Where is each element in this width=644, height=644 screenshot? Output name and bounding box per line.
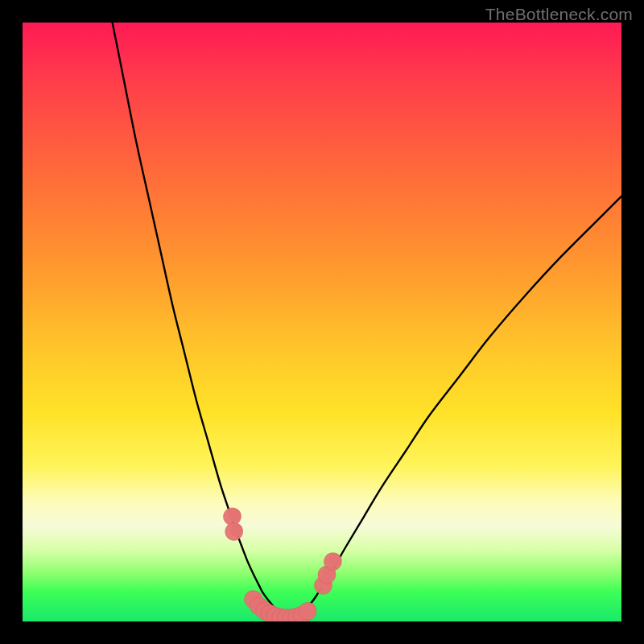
svg-point-0 xyxy=(223,508,241,526)
svg-point-2 xyxy=(223,508,241,526)
svg-point-6 xyxy=(244,590,262,608)
svg-point-14 xyxy=(256,602,274,620)
svg-point-38 xyxy=(299,602,316,620)
svg-point-20 xyxy=(266,607,284,621)
svg-point-34 xyxy=(298,607,311,620)
watermark-text: TheBottleneck.com xyxy=(485,5,633,24)
svg-point-35 xyxy=(293,606,311,621)
svg-point-31 xyxy=(293,609,306,621)
data-marker xyxy=(261,605,279,621)
svg-point-43 xyxy=(323,567,336,580)
svg-point-5 xyxy=(225,522,243,540)
svg-point-33 xyxy=(293,606,311,621)
data-marker xyxy=(223,508,241,526)
svg-point-42 xyxy=(318,566,336,584)
svg-point-23 xyxy=(272,609,290,621)
left-curve xyxy=(113,23,289,619)
svg-point-22 xyxy=(277,609,290,621)
svg-point-47 xyxy=(324,553,341,571)
svg-point-21 xyxy=(272,609,290,621)
chart-svg xyxy=(23,23,621,621)
data-marker xyxy=(225,522,243,540)
data-marker xyxy=(293,606,311,621)
svg-point-7 xyxy=(249,591,262,604)
data-marker xyxy=(272,609,290,621)
svg-point-1 xyxy=(228,509,241,522)
svg-point-28 xyxy=(287,610,300,621)
svg-point-13 xyxy=(261,603,274,616)
svg-point-32 xyxy=(288,608,306,621)
data-marker xyxy=(277,609,295,621)
svg-point-37 xyxy=(303,603,316,616)
data-marker xyxy=(250,597,267,615)
svg-point-39 xyxy=(314,576,332,594)
data-marker xyxy=(299,602,316,620)
svg-point-44 xyxy=(318,566,336,584)
svg-point-11 xyxy=(250,597,267,615)
data-marker xyxy=(283,609,300,621)
data-marker xyxy=(244,590,262,608)
data-marker xyxy=(324,553,341,571)
svg-point-26 xyxy=(277,609,295,621)
data-marker xyxy=(314,576,332,594)
svg-point-4 xyxy=(230,523,243,536)
svg-point-3 xyxy=(225,522,243,540)
svg-point-18 xyxy=(266,607,284,621)
svg-point-41 xyxy=(314,576,332,594)
svg-point-19 xyxy=(271,608,284,621)
data-marker xyxy=(266,607,284,621)
svg-point-9 xyxy=(250,597,267,615)
plot-area xyxy=(23,23,621,621)
svg-point-27 xyxy=(283,609,300,621)
svg-point-45 xyxy=(324,553,341,571)
svg-point-46 xyxy=(328,554,341,567)
data-marker xyxy=(288,608,306,621)
svg-point-24 xyxy=(277,609,295,621)
data-marker xyxy=(318,566,336,584)
data-marker xyxy=(256,602,274,620)
svg-point-29 xyxy=(283,609,300,621)
chart-frame: TheBottleneck.com xyxy=(0,0,644,644)
svg-point-15 xyxy=(261,605,279,621)
svg-point-16 xyxy=(266,605,279,618)
marker-group xyxy=(223,508,341,621)
svg-point-12 xyxy=(256,602,274,620)
svg-point-10 xyxy=(254,598,267,611)
svg-point-25 xyxy=(282,610,295,621)
right-curve xyxy=(289,196,621,619)
svg-point-40 xyxy=(319,577,332,590)
svg-point-8 xyxy=(244,590,262,608)
svg-point-30 xyxy=(288,608,306,621)
svg-point-17 xyxy=(261,605,279,621)
svg-point-36 xyxy=(299,602,316,620)
